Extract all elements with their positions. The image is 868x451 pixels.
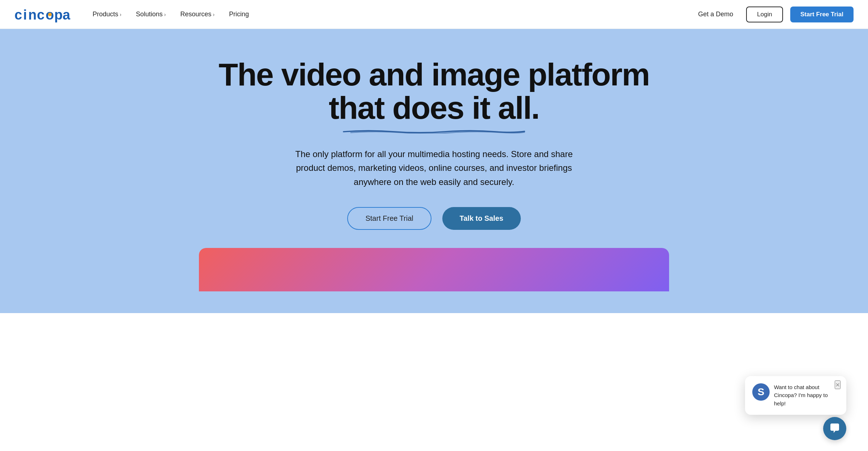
svg-text:p: p [54, 7, 63, 22]
chevron-icon: › [164, 12, 166, 17]
svg-text:n: n [28, 7, 37, 22]
hero-buttons: Start Free Trial Talk to Sales [347, 207, 520, 230]
chevron-icon: › [120, 12, 122, 17]
get-demo-link[interactable]: Get a Demo [692, 8, 739, 21]
hero-underline-decoration [340, 128, 528, 133]
nav-item-solutions[interactable]: Solutions › [130, 8, 172, 21]
start-free-trial-hero-button[interactable]: Start Free Trial [347, 207, 431, 230]
start-free-trial-nav-button[interactable]: Start Free Trial [790, 7, 854, 22]
nav-right: Get a Demo Login Start Free Trial [692, 7, 854, 22]
svg-text:i: i [23, 7, 27, 22]
nav-item-resources[interactable]: Resources › [174, 8, 220, 21]
svg-point-5 [48, 13, 52, 16]
svg-text:a: a [63, 7, 71, 22]
svg-text:c: c [37, 7, 44, 22]
nav-item-products[interactable]: Products › [87, 8, 127, 21]
hero-bottom-card [199, 248, 669, 291]
login-button[interactable]: Login [746, 7, 783, 22]
hero-subtitle: The only platform for all your multimedi… [286, 147, 582, 189]
logo[interactable]: c i n c o p a [14, 7, 72, 22]
talk-to-sales-button[interactable]: Talk to Sales [442, 207, 521, 230]
nav-links: Products › Solutions › Resources › Prici… [87, 8, 692, 21]
nav-item-pricing[interactable]: Pricing [223, 8, 255, 21]
svg-text:c: c [14, 7, 22, 22]
navbar: c i n c o p a Products › Solutions › Res… [0, 0, 868, 29]
chevron-icon: › [213, 12, 215, 17]
hero-title: The video and image platform that does i… [219, 58, 650, 125]
hero-section: The video and image platform that does i… [0, 29, 868, 313]
